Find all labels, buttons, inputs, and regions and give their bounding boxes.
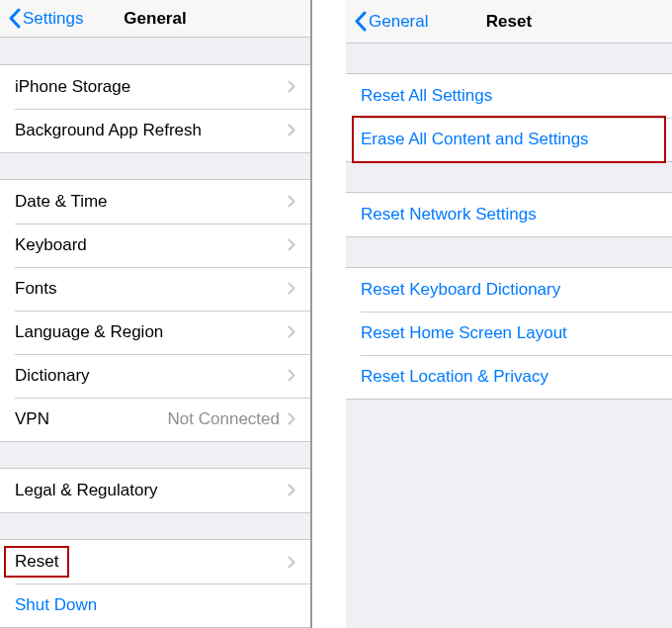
group-reset-shutdown: Reset Shut Down	[0, 539, 310, 628]
row-label: Keyboard	[15, 235, 288, 255]
row-fonts[interactable]: Fonts	[0, 267, 310, 311]
back-label: General	[369, 12, 428, 32]
row-label: VPN	[15, 409, 168, 429]
row-reset-keyboard-dictionary[interactable]: Reset Keyboard Dictionary	[346, 268, 672, 312]
chevron-right-icon	[288, 195, 295, 208]
row-date-time[interactable]: Date & Time	[0, 180, 310, 224]
back-to-general-button[interactable]: General	[354, 11, 428, 32]
row-label: Reset Network Settings	[361, 205, 657, 224]
row-vpn[interactable]: VPN Not Connected	[0, 398, 310, 441]
row-reset-all-settings[interactable]: Reset All Settings	[346, 74, 672, 118]
section-gap	[0, 38, 310, 63]
chevron-right-icon	[288, 238, 295, 251]
row-language-region[interactable]: Language & Region	[0, 311, 310, 354]
row-reset-home-screen-layout[interactable]: Reset Home Screen Layout	[346, 312, 672, 355]
chevron-right-icon	[288, 412, 295, 425]
section-gap	[0, 513, 310, 539]
row-label: Reset Keyboard Dictionary	[361, 280, 657, 300]
row-legal-regulatory[interactable]: Legal & Regulatory	[0, 469, 310, 512]
section-gap	[346, 44, 672, 73]
back-to-settings-button[interactable]: Settings	[8, 8, 83, 29]
chevron-right-icon	[288, 80, 295, 93]
row-label: Background App Refresh	[15, 121, 288, 140]
group-localization: Date & Time Keyboard Fonts Language & Re…	[0, 179, 310, 442]
chevron-right-icon	[288, 556, 295, 569]
general-settings-pane: Settings General iPhone Storage Backgrou…	[0, 0, 312, 628]
row-background-app-refresh[interactable]: Background App Refresh	[0, 109, 310, 152]
row-label: Dictionary	[15, 366, 288, 386]
group-reset-erase: Reset All Settings Erase All Content and…	[346, 73, 672, 162]
chevron-left-icon	[354, 11, 367, 32]
chevron-right-icon	[288, 369, 295, 382]
row-label: Erase All Content and Settings	[361, 130, 657, 149]
row-value: Not Connected	[168, 409, 280, 429]
row-label: Legal & Regulatory	[15, 481, 288, 500]
row-label: Shut Down	[15, 595, 295, 615]
section-gap	[346, 162, 672, 192]
row-label: Fonts	[15, 279, 288, 299]
chevron-left-icon	[8, 8, 21, 29]
row-reset[interactable]: Reset	[0, 540, 310, 583]
group-reset-network: Reset Network Settings	[346, 192, 672, 237]
pane-separator	[312, 0, 346, 628]
group-reset-other: Reset Keyboard Dictionary Reset Home Scr…	[346, 267, 672, 400]
navbar-general: Settings General	[0, 0, 310, 38]
row-label: Date & Time	[15, 192, 288, 212]
row-reset-location-privacy[interactable]: Reset Location & Privacy	[346, 355, 672, 399]
row-iphone-storage[interactable]: iPhone Storage	[0, 65, 310, 109]
row-erase-all-content[interactable]: Erase All Content and Settings	[346, 118, 672, 161]
reset-pane: General Reset Reset All Settings Erase A…	[346, 0, 672, 628]
row-label: iPhone Storage	[15, 77, 288, 97]
row-label: Reset	[15, 552, 288, 572]
chevron-right-icon	[288, 484, 295, 496]
row-reset-network-settings[interactable]: Reset Network Settings	[346, 193, 672, 236]
row-label: Language & Region	[15, 322, 288, 342]
row-dictionary[interactable]: Dictionary	[0, 354, 310, 398]
chevron-right-icon	[288, 325, 295, 338]
navbar-reset: General Reset	[346, 0, 672, 44]
chevron-right-icon	[288, 282, 295, 295]
group-legal: Legal & Regulatory	[0, 468, 310, 513]
row-keyboard[interactable]: Keyboard	[0, 224, 310, 267]
section-gap	[0, 153, 310, 179]
row-shut-down[interactable]: Shut Down	[0, 583, 310, 627]
back-label: Settings	[23, 9, 83, 29]
group-storage: iPhone Storage Background App Refresh	[0, 64, 310, 153]
section-gap	[0, 442, 310, 468]
row-label: Reset Home Screen Layout	[361, 323, 657, 343]
row-label: Reset All Settings	[361, 86, 657, 106]
row-label: Reset Location & Privacy	[361, 367, 657, 387]
chevron-right-icon	[288, 124, 295, 136]
section-gap	[346, 237, 672, 267]
